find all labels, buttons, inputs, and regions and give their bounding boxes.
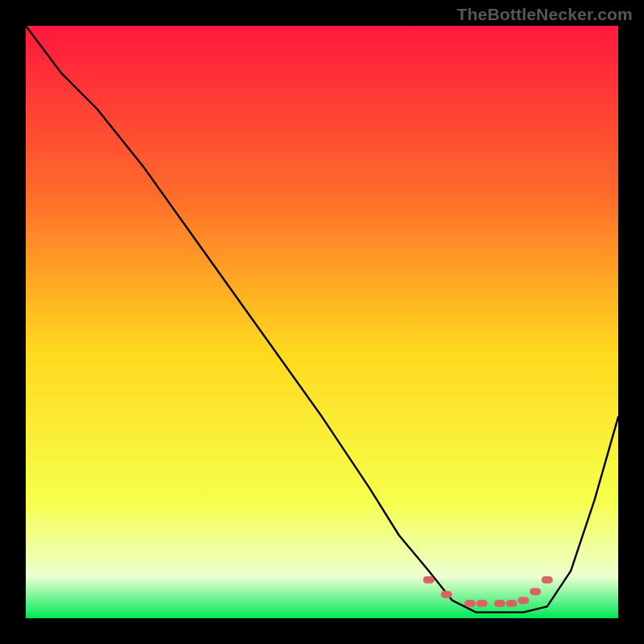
- optimal-marker: [542, 576, 553, 584]
- optimal-marker: [530, 588, 541, 595]
- optimal-marker: [506, 600, 518, 607]
- optimal-marker: [518, 597, 529, 604]
- heat-gradient: [26, 26, 618, 618]
- optimal-marker: [477, 600, 488, 607]
- chart-frame: TheBottleNecker.com: [0, 0, 644, 644]
- optimal-marker: [464, 600, 476, 607]
- optimal-marker: [423, 576, 435, 584]
- plot-area: [26, 26, 618, 618]
- optimal-marker: [494, 600, 506, 607]
- optimal-marker: [441, 591, 452, 598]
- chart-svg: [26, 26, 618, 618]
- watermark-label: TheBottleNecker.com: [456, 5, 633, 24]
